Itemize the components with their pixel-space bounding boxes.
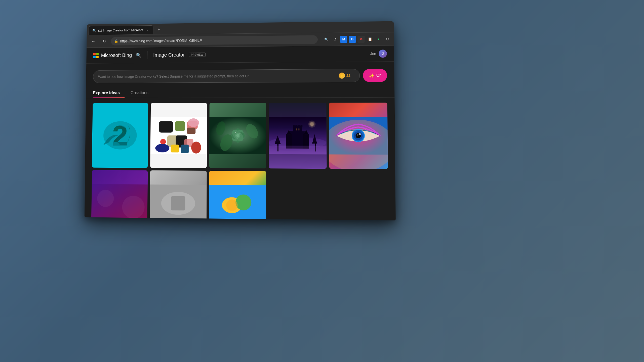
browser-tab-active[interactable]: 🔍 (1) Image Creator from Microsof × <box>89 25 153 35</box>
svg-rect-48 <box>293 125 295 127</box>
grid-item-8[interactable] <box>209 171 266 220</box>
image-colorful-fruit <box>209 171 266 220</box>
svg-point-43 <box>310 122 314 126</box>
toolbar-clipboard-icon[interactable]: 📋 <box>366 35 374 42</box>
user-area: Joe J <box>370 50 387 58</box>
boost-area: ⚡ 22 <box>339 72 354 78</box>
tab-title: (1) Image Creator from Microsof <box>98 28 143 32</box>
site-nav: Microsoft Bing 🔍 Image Creator PREVIEW J… <box>86 46 394 64</box>
user-name: Joe <box>370 52 376 56</box>
toolbar-mail-icon[interactable]: M <box>340 36 347 43</box>
grid-item-5[interactable] <box>329 103 388 169</box>
svg-rect-50 <box>298 125 300 127</box>
bing-logo-squares <box>93 53 99 58</box>
svg-point-74 <box>365 129 366 129</box>
create-icon: ✨ <box>369 73 374 78</box>
grid-item-7[interactable] <box>150 170 207 220</box>
page-content: Microsoft Bing 🔍 Image Creator PREVIEW J… <box>85 46 396 220</box>
svg-point-18 <box>155 144 169 152</box>
grid-item-3[interactable] <box>209 103 266 168</box>
tab-close-button[interactable]: × <box>145 28 150 32</box>
grid-item-4[interactable] <box>269 103 327 169</box>
preview-badge: PREVIEW <box>189 53 206 57</box>
image-colorful-shapes <box>150 103 207 168</box>
bing-logo[interactable]: Microsoft Bing <box>93 52 132 58</box>
svg-point-14 <box>160 139 166 145</box>
tab-explore-ideas[interactable]: Explore ideas <box>93 88 125 98</box>
address-bar: ← ↻ 🔒 https://www.bing.com/images/create… <box>87 32 394 48</box>
svg-rect-19 <box>171 145 179 152</box>
svg-point-71 <box>359 133 361 135</box>
svg-rect-47 <box>293 125 302 137</box>
toolbar-icons: 🔍 ↺ M B ✕ 📋 ● ⚙ <box>323 35 391 43</box>
svg-rect-20 <box>181 145 189 153</box>
svg-rect-57 <box>298 128 300 130</box>
toolbar-settings-icon[interactable]: ⚙ <box>384 35 391 42</box>
svg-rect-10 <box>175 121 185 131</box>
image-grid: 2 2 2 <box>85 98 396 220</box>
url-text: https://www.bing.com/images/create?FORM=… <box>120 37 314 43</box>
logo-sq-red <box>93 53 96 55</box>
bing-logo-text: Microsoft Bing <box>101 52 132 58</box>
toolbar-circle-icon[interactable]: ● <box>375 35 382 42</box>
back-button[interactable]: ← <box>90 37 97 45</box>
toolbar-search-icon[interactable]: 🔍 <box>323 36 330 43</box>
refresh-button[interactable]: ↻ <box>100 37 108 45</box>
boost-count: 22 <box>346 74 350 78</box>
logo-sq-yellow <box>96 56 99 58</box>
grid-item-6[interactable] <box>91 170 148 220</box>
svg-point-21 <box>191 142 201 154</box>
svg-point-34 <box>235 132 236 133</box>
svg-rect-56 <box>296 128 297 130</box>
logo-sq-green <box>96 53 99 55</box>
toolbar-x-icon[interactable]: ✕ <box>357 35 365 42</box>
svg-rect-9 <box>159 121 173 132</box>
prompt-placeholder: Want to see how Image Creator works? Sel… <box>98 74 339 79</box>
image-eye-makeup <box>329 103 388 169</box>
tab-creations[interactable]: Creations <box>131 88 153 98</box>
svg-point-76 <box>361 127 362 128</box>
image-succulent <box>209 103 266 168</box>
image-purple-abstract <box>91 170 148 220</box>
svg-point-85 <box>235 194 251 210</box>
nav-divider <box>147 51 147 59</box>
svg-point-35 <box>239 133 240 134</box>
grid-item-2[interactable] <box>150 103 207 168</box>
toolbar-refresh-icon[interactable]: ↺ <box>332 36 339 43</box>
svg-point-36 <box>236 138 237 139</box>
image-gray-abstract <box>150 170 207 220</box>
svg-point-86 <box>226 199 238 211</box>
svg-rect-64 <box>269 146 327 154</box>
svg-point-33 <box>236 134 239 137</box>
create-label: Cr <box>376 73 381 78</box>
prompt-input[interactable]: Want to see how Image Creator works? Sel… <box>93 69 360 83</box>
image-dark-castle <box>269 103 327 169</box>
grid-item-1[interactable]: 2 2 2 <box>92 103 148 168</box>
user-avatar[interactable]: J <box>379 50 387 58</box>
tabs-area: Explore ideas Creations <box>86 87 395 98</box>
tab-favicon: 🔍 <box>92 29 96 33</box>
image-number-two: 2 2 2 <box>92 103 148 168</box>
svg-rect-13 <box>187 128 195 134</box>
nav-spacer <box>210 54 366 55</box>
browser-window: 🔍 (1) Image Creator from Microsof × + ← … <box>85 21 396 220</box>
svg-point-75 <box>355 127 355 128</box>
svg-rect-51 <box>301 125 303 127</box>
svg-point-72 <box>357 134 358 136</box>
svg-point-73 <box>350 129 351 130</box>
logo-sq-blue <box>93 56 96 58</box>
new-tab-button[interactable]: + <box>155 26 163 33</box>
toolbar-b-icon[interactable]: B <box>349 36 356 43</box>
search-area: Want to see how Image Creator works? Sel… <box>86 62 394 88</box>
svg-point-12 <box>188 118 199 127</box>
url-bar[interactable]: 🔒 https://www.bing.com/images/create?FOR… <box>111 35 318 45</box>
svg-rect-82 <box>171 196 185 210</box>
create-button[interactable]: ✨ Cr <box>363 69 387 82</box>
boost-coin-icon: ⚡ <box>339 73 345 79</box>
svg-rect-49 <box>296 125 297 127</box>
image-creator-title: Image Creator <box>153 52 185 58</box>
nav-search-icon[interactable]: 🔍 <box>136 53 141 58</box>
lock-icon: 🔒 <box>114 39 118 43</box>
